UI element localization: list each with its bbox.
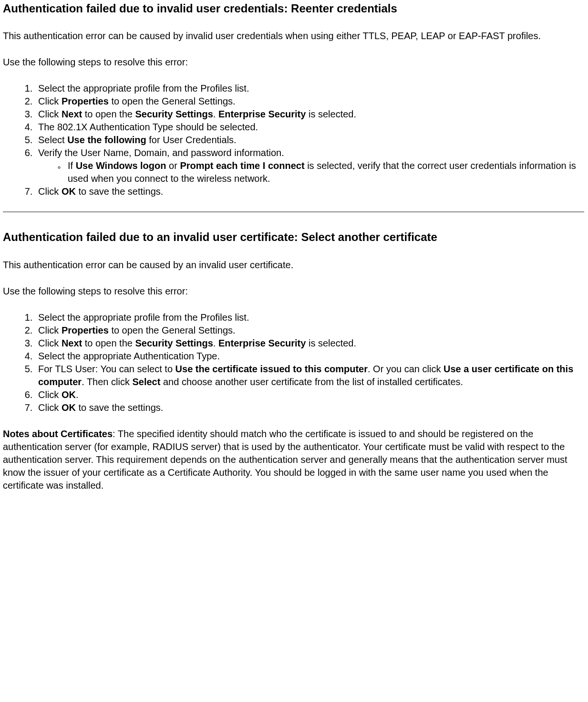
section1-step-6-sublist: If Use Windows logon or Prompt each time… xyxy=(38,159,584,185)
section1-heading: Authentication failed due to invalid use… xyxy=(3,1,584,16)
section1-step-6: Verify the User Name, Domain, and passwo… xyxy=(35,147,584,185)
section2-step-5: For TLS User: You can select to Use the … xyxy=(35,363,584,388)
section1-step-1: Select the appropriate profile from the … xyxy=(35,82,584,95)
section2-steps: Select the appropriate profile from the … xyxy=(3,311,584,414)
certificates-notes: Notes about Certificates: The specified … xyxy=(3,428,584,492)
section2-step-4: Select the appropriate Authentication Ty… xyxy=(35,350,584,363)
section2-step-1: Select the appropriate profile from the … xyxy=(35,311,584,324)
section2-step-6: Click OK. xyxy=(35,388,584,401)
section2-heading: Authentication failed due to an invalid … xyxy=(3,230,584,245)
section1-step-4: The 802.1X Authentication Type should be… xyxy=(35,121,584,134)
section2-step-7: Click OK to save the settings. xyxy=(35,401,584,414)
section2-step-3: Click Next to open the Security Settings… xyxy=(35,337,584,350)
section-divider xyxy=(3,211,584,212)
section1-step-5: Select Use the following for User Creden… xyxy=(35,134,584,147)
section1-step-7: Click OK to save the settings. xyxy=(35,185,584,198)
section2-steps-lead: Use the following steps to resolve this … xyxy=(3,285,584,298)
section2-step-2: Click Properties to open the General Set… xyxy=(35,324,584,337)
section1-steps-lead: Use the following steps to resolve this … xyxy=(3,56,584,69)
section1-intro: This authentication error can be caused … xyxy=(3,30,584,42)
section1-step-2: Click Properties to open the General Set… xyxy=(35,95,584,108)
section1-step-6-sub-1: If Use Windows logon or Prompt each time… xyxy=(65,159,584,185)
section2-intro: This authentication error can be caused … xyxy=(3,259,584,272)
section1-steps: Select the appropriate profile from the … xyxy=(3,82,584,198)
section1-step-3: Click Next to open the Security Settings… xyxy=(35,108,584,121)
